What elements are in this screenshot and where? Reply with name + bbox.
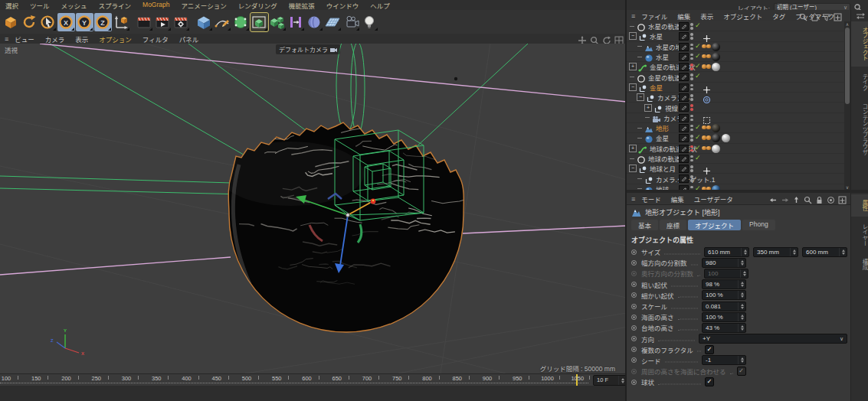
visibility-dots[interactable] (690, 84, 693, 91)
object-row[interactable]: 地球✓ (627, 184, 844, 190)
animation-dot-icon[interactable] (631, 325, 637, 331)
spinner[interactable] (790, 248, 798, 256)
animation-dot-icon[interactable] (631, 271, 637, 276)
spinner[interactable] (839, 248, 847, 256)
visibility-dots[interactable] (690, 94, 693, 101)
value-field[interactable]: 100 % (702, 312, 746, 322)
array-objects-button[interactable] (269, 13, 287, 31)
object-row[interactable]: −地球と月 (627, 164, 844, 174)
enable-check-icon[interactable]: ✓ (695, 133, 701, 141)
material-black-icon[interactable] (712, 134, 720, 142)
value-field[interactable]: 350 mm (753, 247, 798, 257)
material-white-icon[interactable] (722, 134, 730, 142)
direction-select[interactable]: +Y∨ (699, 334, 847, 344)
object-row[interactable]: カメラ (627, 113, 844, 123)
edit-toggle-icon[interactable] (679, 32, 689, 41)
primitive-object-button[interactable] (195, 13, 213, 31)
forward-icon[interactable] (781, 194, 789, 207)
visibility-dots[interactable] (690, 135, 693, 142)
value-field[interactable]: 100 % (702, 290, 746, 300)
material-white-icon[interactable] (712, 63, 720, 71)
visibility-dots[interactable] (690, 155, 693, 162)
visibility-dots[interactable] (690, 44, 693, 51)
visibility-dots[interactable] (690, 73, 693, 80)
value-field[interactable]: 98 % (702, 279, 746, 289)
live-selection-tool-button[interactable] (39, 13, 57, 31)
edit-toggle-icon[interactable] (679, 43, 689, 51)
object-row[interactable]: −カメラヌル (627, 93, 844, 103)
enable-check-icon[interactable]: ✓ (695, 21, 701, 29)
generator-button[interactable] (251, 13, 268, 31)
up-icon[interactable] (792, 194, 801, 207)
visibility-dots[interactable] (690, 33, 693, 40)
viewport-menu-オプション[interactable]: オプション (99, 34, 132, 44)
value-field[interactable]: 980 (702, 258, 746, 268)
enable-check-icon[interactable]: ✓ (695, 144, 701, 152)
expand-toggle[interactable]: − (629, 32, 637, 40)
expand-toggle[interactable]: − (629, 165, 637, 172)
object-row[interactable]: −水星 (627, 31, 844, 41)
object-manager-menu-icon[interactable]: ≡ (631, 12, 635, 20)
expand-toggle[interactable]: − (637, 93, 644, 101)
material-dark-icon[interactable] (712, 124, 720, 132)
z-axis-lock-button[interactable]: Z (94, 13, 112, 31)
checkbox[interactable]: ✓ (705, 345, 714, 354)
attribute-row[interactable]: サイズ610 mm350 mm600 mm (627, 246, 850, 257)
enable-check-icon[interactable]: ✓ (695, 123, 701, 131)
object-name[interactable]: 地球 (656, 184, 669, 190)
object-name[interactable]: 金星の軌道 (648, 73, 681, 82)
object-manager-menu-編集[interactable]: 編集 (677, 11, 690, 21)
render-settings-button[interactable] (172, 13, 190, 31)
object-name[interactable]: 地形 (656, 123, 669, 132)
enable-check-icon[interactable]: ✓ (695, 184, 701, 190)
edit-toggle-icon[interactable] (679, 165, 689, 173)
enable-check-icon[interactable]: ✓ (695, 154, 701, 161)
animation-dot-icon[interactable] (631, 380, 637, 385)
attribute-manager-menu-ユーザデータ[interactable]: ユーザデータ (694, 194, 733, 204)
object-name[interactable]: 地球と月 (650, 164, 676, 173)
value-field[interactable]: 43 % (702, 323, 746, 333)
search-icon[interactable] (804, 194, 812, 207)
render-view-button[interactable] (136, 13, 153, 31)
camera-label[interactable]: デフォルトカメラ (276, 44, 340, 54)
add-icon[interactable] (838, 194, 847, 207)
animation-dot-icon[interactable] (631, 304, 637, 309)
object-name[interactable]: 水星 (650, 31, 663, 41)
value-field[interactable]: 610 mm (704, 247, 749, 257)
visibility-dots[interactable] (690, 115, 693, 122)
object-manager-menu-タグ[interactable]: タグ (772, 11, 785, 21)
back-icon[interactable] (769, 194, 778, 207)
object-row[interactable]: 金星の軌道✓ (627, 72, 844, 82)
tag-dot-icon[interactable] (706, 126, 711, 130)
edit-toggle-icon[interactable] (679, 134, 689, 142)
enable-check-icon[interactable]: ✓ (695, 72, 701, 80)
spinner[interactable] (741, 248, 748, 256)
value-field[interactable]: 0.081 (702, 302, 746, 311)
object-name[interactable]: 水星の軌道 (648, 21, 681, 31)
animation-dot-icon[interactable] (631, 292, 637, 298)
expand-toggle[interactable]: − (629, 83, 637, 91)
object-row[interactable]: 金星✓ (627, 133, 844, 143)
visibility-dots[interactable] (690, 175, 693, 182)
render-picture-viewer-button[interactable] (154, 13, 172, 31)
object-row[interactable]: +地球の軌道.形状✓ (627, 144, 844, 154)
spinner[interactable] (738, 280, 745, 289)
object-manager-menu-ファイル[interactable]: ファイル (641, 11, 667, 21)
object-row[interactable]: −金星 (627, 83, 844, 93)
tag-dot-icon[interactable] (706, 44, 711, 49)
object-row[interactable]: 地形✓ (627, 123, 844, 133)
edit-toggle-icon[interactable] (679, 145, 689, 153)
attribute-row[interactable]: 粗い起伏98 % (627, 279, 850, 290)
animation-dot-icon[interactable] (631, 260, 637, 266)
object-name[interactable]: 金星 (656, 133, 669, 142)
attribute-row[interactable]: 細かい起伏100 % (627, 290, 850, 301)
attribute-manager-menu-icon[interactable]: ≡ (631, 195, 635, 203)
edit-toggle-icon[interactable] (679, 114, 689, 122)
spline-pen-button[interactable] (214, 13, 231, 31)
viewport-canvas[interactable]: Y X Z (0, 44, 627, 373)
menu-ウインドウ[interactable]: ウインドウ (326, 1, 359, 10)
menu-ツール[interactable]: ツール (30, 1, 50, 10)
coordinate-system-button[interactable] (113, 13, 130, 31)
menu-ヘルプ[interactable]: ヘルプ (370, 1, 390, 10)
attribute-row[interactable]: 海面の高さ100 % (627, 311, 850, 322)
